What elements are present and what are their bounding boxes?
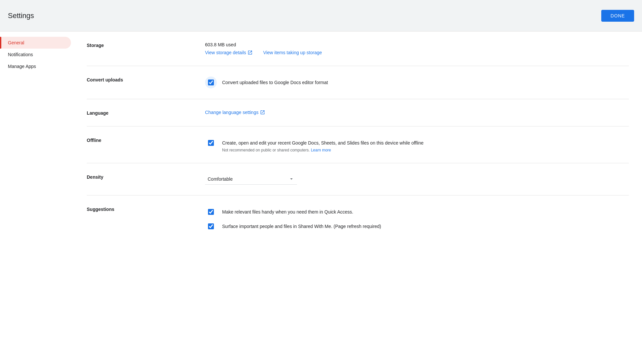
density-value: Comfortable Cozy Compact [205,174,629,185]
suggestions-checkbox1-row: Make relevant files handy when you need … [205,206,629,218]
suggestions-label: Suggestions [87,206,205,212]
offline-text-block: Create, open and edit your recent Google… [222,137,424,152]
suggestions-checkbox2[interactable] [208,223,214,229]
external-link-icon [260,110,265,115]
sidebar-item-label: Manage Apps [8,64,36,69]
convert-uploads-row: Convert uploads Convert uploaded files t… [87,66,629,99]
language-value: Change language settings [205,110,629,115]
storage-links: View storage details View items taking u… [205,50,629,55]
offline-checkbox[interactable] [208,140,214,146]
storage-used-text: 603.8 MB used [205,42,629,47]
suggestions-checkbox1-wrapper[interactable] [205,206,217,218]
convert-uploads-label: Convert uploads [87,77,205,82]
language-row: Language Change language settings [87,99,629,126]
sidebar-item-general[interactable]: General [0,37,71,49]
view-items-taking-storage-link[interactable]: View items taking up storage [263,50,322,55]
done-button[interactable]: DONE [601,10,634,22]
language-label: Language [87,110,205,116]
suggestions-checkbox2-wrapper[interactable] [205,220,217,232]
sidebar: General Notifications Manage Apps [0,32,74,364]
convert-uploads-checkbox-wrapper[interactable] [205,77,217,88]
suggestions-checkbox2-text: Surface important people and files in Sh… [222,220,381,230]
settings-header: Settings DONE [0,0,642,32]
suggestions-row: Suggestions Make relevant files handy wh… [87,195,629,243]
storage-value: 603.8 MB used View storage details View … [205,42,629,55]
convert-uploads-checkbox[interactable] [208,80,214,85]
offline-checkbox-row: Create, open and edit your recent Google… [205,137,629,152]
density-dropdown-wrapper: Comfortable Cozy Compact [205,174,297,185]
density-label: Density [87,174,205,180]
sidebar-item-label: Notifications [8,52,33,57]
external-link-icon [247,50,253,55]
suggestions-checkbox1-text: Make relevant files handy when you need … [222,206,353,216]
settings-content: Storage 603.8 MB used View storage detai… [74,32,642,364]
storage-row: Storage 603.8 MB used View storage detai… [87,32,629,66]
density-select[interactable]: Comfortable Cozy Compact [205,174,297,185]
sidebar-item-label: General [8,40,24,45]
density-row: Density Comfortable Cozy Compact [87,163,629,195]
learn-more-link[interactable]: Learn more [311,148,331,152]
suggestions-value: Make relevant files handy when you need … [205,206,629,232]
change-language-link[interactable]: Change language settings [205,110,265,115]
sidebar-item-notifications[interactable]: Notifications [0,49,71,60]
page-title: Settings [8,11,34,20]
offline-subtext: Not recommended on public or shared comp… [222,148,424,152]
convert-uploads-value: Convert uploaded files to Google Docs ed… [205,77,629,88]
convert-uploads-checkbox-row: Convert uploaded files to Google Docs ed… [205,77,629,88]
offline-value: Create, open and edit your recent Google… [205,137,629,152]
suggestions-checkbox1[interactable] [208,209,214,215]
offline-row: Offline Create, open and edit your recen… [87,126,629,163]
offline-checkbox-wrapper[interactable] [205,137,217,149]
sidebar-item-manage-apps[interactable]: Manage Apps [0,60,71,72]
view-storage-details-link[interactable]: View storage details [205,50,253,55]
offline-label: Offline [87,137,205,143]
offline-main-text: Create, open and edit your recent Google… [222,137,424,147]
convert-uploads-text: Convert uploaded files to Google Docs ed… [222,77,328,86]
main-layout: General Notifications Manage Apps Storag… [0,32,642,364]
suggestions-checkbox2-row: Surface important people and files in Sh… [205,220,629,232]
storage-label: Storage [87,42,205,48]
